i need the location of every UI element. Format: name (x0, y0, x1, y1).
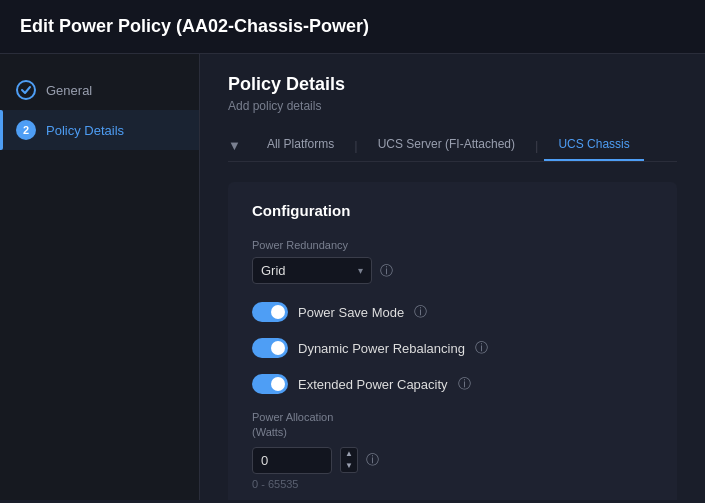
extended-power-capacity-label: Extended Power Capacity (298, 377, 448, 392)
extended-power-capacity-info-icon[interactable]: ⓘ (458, 375, 471, 393)
tab-ucs-chassis[interactable]: UCS Chassis (544, 129, 643, 161)
power-save-mode-info-icon[interactable]: ⓘ (414, 303, 427, 321)
filter-icon: ▼ (228, 138, 241, 153)
section-subtitle: Add policy details (228, 99, 677, 113)
stepper-down-button[interactable]: ▼ (341, 460, 357, 472)
sidebar: General 2 Policy Details (0, 54, 200, 500)
dynamic-power-rebalancing-label: Dynamic Power Rebalancing (298, 341, 465, 356)
section-title: Policy Details (228, 74, 677, 95)
step-icon-policy-details: 2 (16, 120, 36, 140)
tab-ucs-server[interactable]: UCS Server (FI-Attached) (364, 129, 529, 161)
dynamic-power-rebalancing-info-icon[interactable]: ⓘ (475, 339, 488, 357)
power-allocation-stepper[interactable]: ▲ ▼ (340, 447, 358, 473)
power-save-mode-toggle[interactable] (252, 302, 288, 322)
power-allocation-info-icon[interactable]: ⓘ (366, 451, 379, 469)
step-icon-general (16, 80, 36, 100)
power-allocation-range-hint: 0 - 65535 (252, 478, 653, 490)
main-layout: General 2 Policy Details Policy Details … (0, 54, 705, 500)
toggle-extended-power-row: Extended Power Capacity ⓘ (252, 374, 653, 394)
dynamic-power-rebalancing-toggle[interactable] (252, 338, 288, 358)
power-redundancy-wrapper: Grid ▾ ⓘ (252, 257, 653, 284)
extended-power-capacity-toggle[interactable] (252, 374, 288, 394)
configuration-section: Configuration Power Redundancy Grid ▾ ⓘ … (228, 182, 677, 500)
power-allocation-input[interactable] (252, 447, 332, 474)
sidebar-item-general[interactable]: General (0, 70, 199, 110)
sidebar-item-policy-details[interactable]: 2 Policy Details (0, 110, 199, 150)
configuration-title: Configuration (252, 202, 653, 219)
sidebar-item-policy-details-label: Policy Details (46, 123, 124, 138)
sidebar-item-general-label: General (46, 83, 92, 98)
power-redundancy-value: Grid (261, 263, 352, 278)
toggle-dynamic-power-row: Dynamic Power Rebalancing ⓘ (252, 338, 653, 358)
power-redundancy-label: Power Redundancy (252, 239, 653, 251)
page-title: Edit Power Policy (AA02-Chassis-Power) (20, 16, 685, 37)
stepper-up-button[interactable]: ▲ (341, 448, 357, 460)
toggle-power-save-mode-row: Power Save Mode ⓘ (252, 302, 653, 322)
power-redundancy-info-icon[interactable]: ⓘ (380, 262, 393, 280)
page-header: Edit Power Policy (AA02-Chassis-Power) (0, 0, 705, 54)
power-save-mode-label: Power Save Mode (298, 305, 404, 320)
power-allocation-group: Power Allocation (Watts) ▲ ▼ ⓘ 0 - 65535 (252, 410, 653, 490)
power-allocation-label: Power Allocation (Watts) (252, 410, 653, 441)
chevron-down-icon: ▾ (358, 265, 363, 276)
power-redundancy-group: Power Redundancy Grid ▾ ⓘ (252, 239, 653, 284)
tab-all-platforms[interactable]: All Platforms (253, 129, 348, 161)
platform-tabs: ▼ All Platforms | UCS Server (FI-Attache… (228, 129, 677, 162)
power-allocation-input-wrapper: ▲ ▼ ⓘ (252, 447, 653, 474)
content-area: Policy Details Add policy details ▼ All … (200, 54, 705, 500)
power-redundancy-select[interactable]: Grid ▾ (252, 257, 372, 284)
